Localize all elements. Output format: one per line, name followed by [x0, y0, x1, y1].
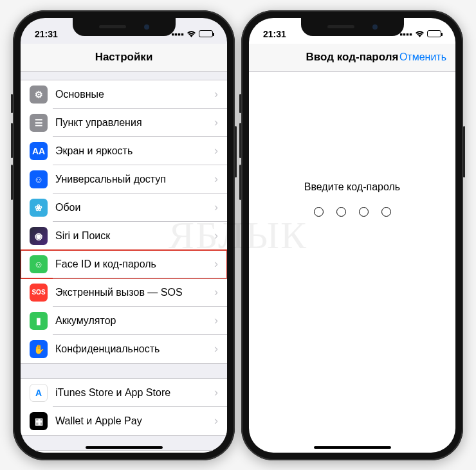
chevron-right-icon: › [214, 229, 218, 242]
page-title: Настройки [95, 51, 153, 64]
settings-list[interactable]: ⚙Основные›☰Пункт управления›AAЭкран и яр… [21, 72, 227, 453]
control-icon: ☰ [30, 114, 48, 132]
volume-down[interactable] [11, 165, 13, 200]
chevron-right-icon: › [214, 87, 218, 101]
chevron-right-icon: › [214, 342, 218, 356]
row-face-id[interactable]: ☺Face ID и код-пароль› [21, 250, 227, 278]
volume-down[interactable] [239, 165, 241, 200]
face-icon: ☺ [30, 255, 48, 273]
row-label: Конфиденциальность [55, 343, 214, 355]
row-battery[interactable]: ▮Аккумулятор› [21, 307, 227, 335]
chevron-right-icon: › [214, 144, 218, 158]
wifi-icon [415, 29, 425, 39]
chevron-right-icon: › [214, 172, 218, 186]
row-itunes[interactable]: AiTunes Store и App Store› [21, 379, 227, 407]
passcode-dot [381, 207, 391, 217]
row-label: iTunes Store и App Store [55, 387, 214, 399]
row-general[interactable]: ⚙Основные› [21, 80, 227, 109]
wall-icon: ❀ [30, 199, 48, 217]
phone-right: 21:31 ▪▪▪▪ Ввод код-пароля Отменить Введ… [241, 10, 463, 460]
chevron-right-icon: › [214, 116, 218, 129]
passcode-dot [314, 207, 324, 217]
row-label: Аккумулятор [55, 315, 214, 327]
passcode-dots [314, 207, 391, 217]
general-icon: ⚙ [30, 86, 48, 104]
screen-passcode: 21:31 ▪▪▪▪ Ввод код-пароля Отменить Введ… [249, 18, 455, 453]
row-label: Экстренный вызов — SOS [55, 287, 214, 298]
row-wallet[interactable]: ▦Wallet и Apple Pay› [21, 407, 227, 435]
row-label: Face ID и код-пароль [55, 258, 214, 270]
page-title: Ввод код-пароля [306, 51, 399, 64]
phone-left: 21:31 ▪▪▪▪ Настройки ⚙Основные›☰Пункт уп… [13, 10, 235, 460]
notch [301, 18, 404, 36]
access-icon: ☺ [30, 170, 48, 188]
row-label: Siri и Поиск [55, 230, 214, 242]
display-icon: AA [30, 142, 48, 160]
status-time: 21:31 [263, 29, 286, 39]
passcode-prompt: Введите код-пароль [304, 181, 400, 193]
status-time: 21:31 [35, 29, 58, 39]
screen-settings: 21:31 ▪▪▪▪ Настройки ⚙Основные›☰Пункт уп… [21, 18, 227, 453]
sos-icon: SOS [30, 284, 48, 302]
row-label: Wallet и Apple Pay [55, 415, 214, 427]
row-display[interactable]: AAЭкран и яркость› [21, 137, 227, 165]
home-indicator[interactable] [314, 446, 391, 449]
row-label: Экран и яркость [55, 145, 214, 157]
priv-icon: ✋ [30, 340, 48, 358]
status-icons: ▪▪▪▪ [399, 29, 441, 39]
row-label: Универсальный доступ [55, 174, 214, 185]
cancel-button[interactable]: Отменить [399, 51, 446, 63]
row-label: Пункт управления [55, 117, 214, 129]
siri-icon: ◉ [30, 227, 48, 245]
row-wallpaper[interactable]: ❀Обои› [21, 194, 227, 222]
itunes-icon: A [30, 384, 48, 402]
passcode-dot [359, 207, 369, 217]
row-sos[interactable]: SOSЭкстренный вызов — SOS› [21, 278, 227, 307]
chevron-right-icon: › [214, 314, 218, 327]
home-indicator[interactable] [86, 446, 163, 449]
passcode-area: Введите код-пароль [249, 72, 455, 453]
battery-icon [199, 30, 213, 37]
mute-switch[interactable] [239, 94, 241, 113]
row-control-center[interactable]: ☰Пункт управления› [21, 109, 227, 137]
status-icons: ▪▪▪▪ [171, 29, 213, 39]
chevron-right-icon: › [214, 285, 218, 299]
notch [73, 18, 176, 36]
wifi-icon [187, 29, 196, 39]
navbar-passcode: Ввод код-пароля Отменить [249, 44, 455, 72]
chevron-right-icon: › [214, 386, 218, 399]
power-button[interactable] [463, 126, 465, 177]
row-label: Основные [55, 89, 214, 100]
batt-icon: ▮ [30, 312, 48, 330]
mute-switch[interactable] [11, 94, 13, 113]
navbar-settings: Настройки [21, 44, 227, 72]
battery-icon [427, 30, 441, 37]
chevron-right-icon: › [214, 201, 218, 214]
row-privacy[interactable]: ✋Конфиденциальность› [21, 335, 227, 363]
row-accessibility[interactable]: ☺Универсальный доступ› [21, 165, 227, 194]
power-button[interactable] [235, 126, 237, 177]
volume-up[interactable] [239, 123, 241, 158]
row-label: Обои [55, 202, 214, 213]
chevron-right-icon: › [214, 414, 218, 428]
wallet-icon: ▦ [30, 412, 48, 430]
row-passwords[interactable]: 🔑Пароли и учетные записи› [21, 451, 227, 453]
volume-up[interactable] [11, 123, 13, 158]
row-siri[interactable]: ◉Siri и Поиск› [21, 222, 227, 250]
chevron-right-icon: › [214, 257, 218, 271]
passcode-dot [336, 207, 346, 217]
